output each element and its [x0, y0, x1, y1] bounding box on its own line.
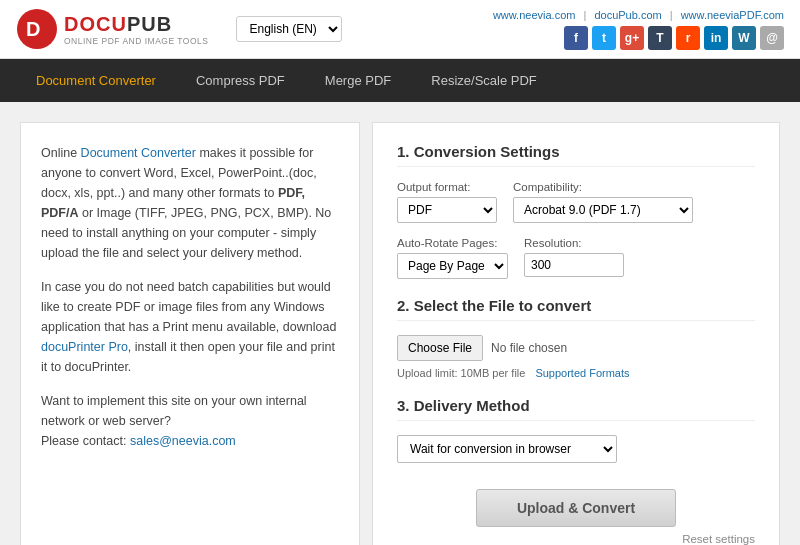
resolution-input[interactable]: 300 — [524, 253, 624, 277]
linkedin-icon[interactable]: in — [704, 26, 728, 50]
nav-compress-pdf[interactable]: Compress PDF — [176, 59, 305, 102]
neeviapdf-link[interactable]: www.neeviaPDF.com — [681, 9, 784, 21]
tumblr-icon[interactable]: T — [648, 26, 672, 50]
contact-email-link[interactable]: sales@neevia.com — [130, 434, 236, 448]
svg-text:D: D — [26, 18, 40, 40]
googleplus-icon[interactable]: g+ — [620, 26, 644, 50]
email-icon[interactable]: @ — [760, 26, 784, 50]
output-row: Output format: PDF PDF/A TIFF JPEG PNG P… — [397, 181, 755, 223]
delivery-method-select[interactable]: Wait for conversion in browser Email Dow… — [397, 435, 617, 463]
upload-convert-button[interactable]: Upload & Convert — [476, 489, 676, 527]
language-select[interactable]: English (EN) — [236, 16, 342, 42]
social-icons: f t g+ T r in W @ — [493, 26, 784, 50]
logo-area: D DOCUPUB ONLINE PDF AND IMAGE TOOLS Eng… — [16, 8, 342, 50]
reset-settings: Reset settings — [397, 533, 755, 545]
intro-para-3: Want to implement this site on your own … — [41, 391, 339, 451]
section3-title: 3. Delivery Method — [397, 397, 755, 421]
facebook-icon[interactable]: f — [564, 26, 588, 50]
right-panel: 1. Conversion Settings Output format: PD… — [372, 122, 780, 545]
output-format-group: Output format: PDF PDF/A TIFF JPEG PNG P… — [397, 181, 497, 223]
main-content: Online Document Converter makes it possi… — [0, 102, 800, 545]
compatibility-group: Compatibility: Acrobat 9.0 (PDF 1.7) Acr… — [513, 181, 693, 223]
section2: 2. Select the File to convert Choose Fil… — [397, 297, 755, 379]
section2-title: 2. Select the File to convert — [397, 297, 755, 321]
upload-limit-text: Upload limit: 10MB per file — [397, 367, 525, 379]
delivery-select-wrap: Wait for conversion in browser Email Dow… — [397, 435, 755, 463]
top-right: www.neevia.com | docuPub.com | www.neevi… — [493, 9, 784, 50]
auto-rotate-select[interactable]: Page By Page None All Portrait All Lands… — [397, 253, 508, 279]
neevia-link[interactable]: www.neevia.com — [493, 9, 576, 21]
section1-title: 1. Conversion Settings — [397, 143, 755, 167]
twitter-icon[interactable]: t — [592, 26, 616, 50]
auto-rotate-label: Auto-Rotate Pages: — [397, 237, 508, 249]
reddit-icon[interactable]: r — [676, 26, 700, 50]
wordpress-icon[interactable]: W — [732, 26, 756, 50]
file-row: Choose File No file chosen — [397, 335, 755, 361]
intro-para-2: In case you do not need batch capabiliti… — [41, 277, 339, 377]
compatibility-select[interactable]: Acrobat 9.0 (PDF 1.7) Acrobat 8.0 (PDF 1… — [513, 197, 693, 223]
logo-text: DOCUPUB ONLINE PDF AND IMAGE TOOLS — [64, 13, 208, 46]
logo-subtitle: ONLINE PDF AND IMAGE TOOLS — [64, 36, 208, 46]
docuprinter-link[interactable]: docuPrinter Pro — [41, 340, 128, 354]
left-panel: Online Document Converter makes it possi… — [20, 122, 360, 545]
nav-document-converter[interactable]: Document Converter — [16, 59, 176, 102]
convert-section: Upload & Convert Reset settings — [397, 489, 755, 545]
output-format-label: Output format: — [397, 181, 497, 193]
compatibility-label: Compatibility: — [513, 181, 693, 193]
rotate-row: Auto-Rotate Pages: Page By Page None All… — [397, 237, 755, 279]
top-bar: D DOCUPUB ONLINE PDF AND IMAGE TOOLS Eng… — [0, 0, 800, 59]
nav-resize-pdf[interactable]: Resize/Scale PDF — [411, 59, 556, 102]
resolution-group: Resolution: 300 — [524, 237, 624, 277]
nav-bar: Document Converter Compress PDF Merge PD… — [0, 59, 800, 102]
upload-info: Upload limit: 10MB per file Supported Fo… — [397, 367, 755, 379]
docupub-link[interactable]: docuPub.com — [594, 9, 661, 21]
supported-formats-link[interactable]: Supported Formats — [535, 367, 629, 379]
choose-file-button[interactable]: Choose File — [397, 335, 483, 361]
top-links: www.neevia.com | docuPub.com | www.neevi… — [493, 9, 784, 21]
output-format-select[interactable]: PDF PDF/A TIFF JPEG PNG PCX BMP — [397, 197, 497, 223]
intro-para-1: Online Document Converter makes it possi… — [41, 143, 339, 263]
nav-merge-pdf[interactable]: Merge PDF — [305, 59, 411, 102]
section3: 3. Delivery Method Wait for conversion i… — [397, 397, 755, 463]
logo-icon: D — [16, 8, 58, 50]
document-converter-link[interactable]: Document Converter — [81, 146, 196, 160]
auto-rotate-group: Auto-Rotate Pages: Page By Page None All… — [397, 237, 508, 279]
reset-settings-link[interactable]: Reset settings — [682, 533, 755, 545]
file-name-display: No file chosen — [491, 341, 567, 355]
resolution-label: Resolution: — [524, 237, 624, 249]
